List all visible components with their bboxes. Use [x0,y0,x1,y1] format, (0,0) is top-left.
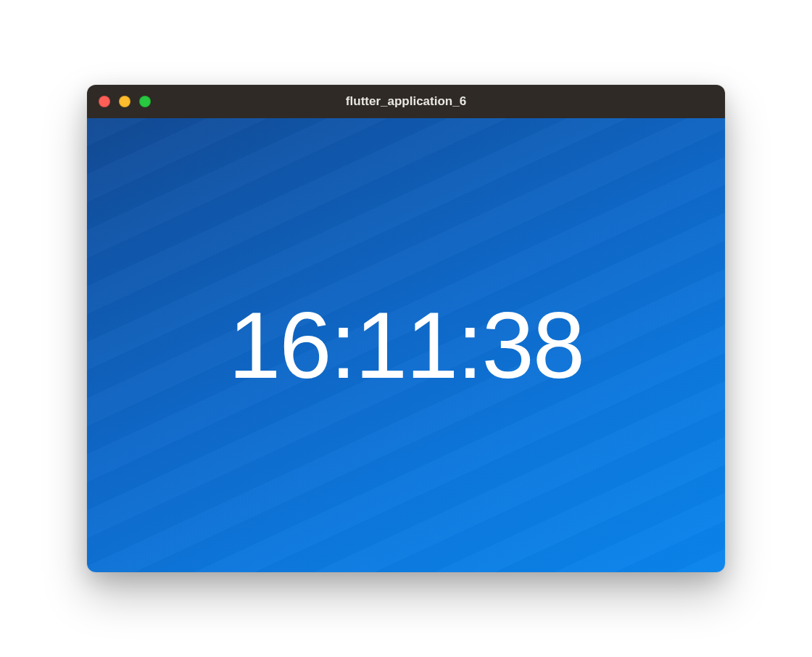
clock-display: 16:11:38 [228,291,584,400]
app-window: flutter_application_6 16:11:38 [87,85,725,572]
traffic-lights [87,96,151,107]
maximize-button[interactable] [139,96,151,107]
app-content: 16:11:38 [87,118,725,572]
close-button[interactable] [99,96,110,107]
titlebar[interactable]: flutter_application_6 [87,85,725,118]
window-title: flutter_application_6 [87,94,725,109]
minimize-button[interactable] [119,96,130,107]
